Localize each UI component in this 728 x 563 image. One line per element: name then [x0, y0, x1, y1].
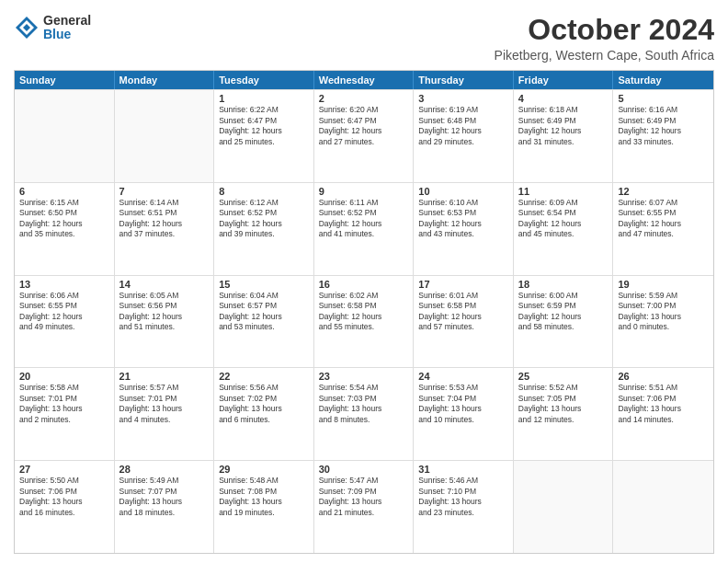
day-number: 22 — [219, 371, 309, 382]
day-info: Sunrise: 5:57 AMSunset: 7:01 PMDaylight:… — [119, 383, 210, 425]
cal-cell-day-1: 1Sunrise: 6:22 AMSunset: 6:47 PMDaylight… — [214, 90, 314, 182]
calendar: SundayMondayTuesdayWednesdayThursdayFrid… — [14, 70, 714, 554]
header-day-saturday: Saturday — [613, 71, 713, 89]
day-number: 31 — [418, 464, 508, 475]
cal-cell-day-30: 30Sunrise: 5:47 AMSunset: 7:09 PMDayligh… — [314, 461, 415, 553]
day-number: 2 — [319, 93, 409, 104]
day-number: 21 — [119, 371, 210, 382]
day-info: Sunrise: 5:49 AMSunset: 7:07 PMDaylight:… — [119, 476, 210, 518]
header-day-tuesday: Tuesday — [214, 71, 314, 89]
day-info: Sunrise: 6:06 AMSunset: 6:55 PMDaylight:… — [19, 291, 109, 333]
header-day-sunday: Sunday — [15, 71, 115, 89]
day-info: Sunrise: 6:16 AMSunset: 6:49 PMDaylight:… — [618, 105, 709, 147]
header-day-friday: Friday — [514, 71, 614, 89]
day-number: 5 — [618, 93, 709, 104]
cal-cell-day-31: 31Sunrise: 5:46 AMSunset: 7:10 PMDayligh… — [414, 461, 514, 553]
cal-cell-empty — [514, 461, 614, 553]
day-number: 11 — [518, 186, 609, 197]
cal-cell-empty — [613, 461, 713, 553]
cal-cell-day-29: 29Sunrise: 5:48 AMSunset: 7:08 PMDayligh… — [214, 461, 314, 553]
day-number: 14 — [119, 279, 210, 290]
logo-blue: Blue — [43, 28, 91, 41]
day-info: Sunrise: 5:54 AMSunset: 7:03 PMDaylight:… — [319, 383, 409, 425]
day-info: Sunrise: 5:56 AMSunset: 7:02 PMDaylight:… — [219, 383, 309, 425]
day-info: Sunrise: 6:01 AMSunset: 6:58 PMDaylight:… — [418, 291, 508, 333]
day-number: 25 — [518, 371, 609, 382]
cal-cell-day-14: 14Sunrise: 6:05 AMSunset: 6:56 PMDayligh… — [115, 276, 215, 368]
day-info: Sunrise: 5:47 AMSunset: 7:09 PMDaylight:… — [319, 476, 409, 518]
day-number: 24 — [418, 371, 508, 382]
cal-cell-day-3: 3Sunrise: 6:19 AMSunset: 6:48 PMDaylight… — [414, 90, 514, 182]
cal-cell-day-16: 16Sunrise: 6:02 AMSunset: 6:58 PMDayligh… — [314, 276, 415, 368]
location: Piketberg, Western Cape, South Africa — [495, 48, 714, 63]
cal-cell-day-9: 9Sunrise: 6:11 AMSunset: 6:52 PMDaylight… — [314, 183, 415, 275]
day-number: 3 — [418, 93, 508, 104]
calendar-header: SundayMondayTuesdayWednesdayThursdayFrid… — [15, 71, 713, 89]
cal-cell-day-28: 28Sunrise: 5:49 AMSunset: 7:07 PMDayligh… — [115, 461, 215, 553]
day-info: Sunrise: 5:59 AMSunset: 7:00 PMDaylight:… — [618, 291, 709, 333]
day-number: 23 — [319, 371, 409, 382]
page: General Blue October 2024 Piketberg, Wes… — [0, 0, 728, 563]
cal-cell-day-26: 26Sunrise: 5:51 AMSunset: 7:06 PMDayligh… — [613, 368, 713, 460]
day-number: 12 — [618, 186, 709, 197]
day-number: 7 — [119, 186, 210, 197]
day-info: Sunrise: 6:11 AMSunset: 6:52 PMDaylight:… — [319, 198, 409, 240]
cal-cell-day-20: 20Sunrise: 5:58 AMSunset: 7:01 PMDayligh… — [15, 368, 115, 460]
cal-cell-day-13: 13Sunrise: 6:06 AMSunset: 6:55 PMDayligh… — [15, 276, 115, 368]
cal-cell-day-19: 19Sunrise: 5:59 AMSunset: 7:00 PMDayligh… — [613, 276, 713, 368]
cal-cell-day-11: 11Sunrise: 6:09 AMSunset: 6:54 PMDayligh… — [514, 183, 614, 275]
day-info: Sunrise: 6:07 AMSunset: 6:55 PMDaylight:… — [618, 198, 709, 240]
day-info: Sunrise: 5:46 AMSunset: 7:10 PMDaylight:… — [418, 476, 508, 518]
day-number: 4 — [518, 93, 609, 104]
day-info: Sunrise: 5:48 AMSunset: 7:08 PMDaylight:… — [219, 476, 309, 518]
title-block: October 2024 Piketberg, Western Cape, So… — [495, 14, 714, 63]
cal-cell-day-25: 25Sunrise: 5:52 AMSunset: 7:05 PMDayligh… — [514, 368, 614, 460]
day-number: 6 — [19, 186, 109, 197]
header-day-thursday: Thursday — [414, 71, 514, 89]
day-number: 13 — [19, 279, 109, 290]
cal-cell-day-2: 2Sunrise: 6:20 AMSunset: 6:47 PMDaylight… — [314, 90, 415, 182]
cal-cell-day-27: 27Sunrise: 5:50 AMSunset: 7:06 PMDayligh… — [15, 461, 115, 553]
day-info: Sunrise: 6:22 AMSunset: 6:47 PMDaylight:… — [219, 105, 309, 147]
cal-row-2: 13Sunrise: 6:06 AMSunset: 6:55 PMDayligh… — [15, 275, 713, 368]
cal-cell-empty — [115, 90, 215, 182]
day-info: Sunrise: 6:14 AMSunset: 6:51 PMDaylight:… — [119, 198, 210, 240]
day-number: 26 — [618, 371, 709, 382]
day-number: 30 — [319, 464, 409, 475]
day-number: 1 — [219, 93, 309, 104]
logo-general: General — [43, 14, 91, 28]
day-number: 28 — [119, 464, 210, 475]
logo: General Blue — [14, 14, 91, 42]
cal-cell-day-4: 4Sunrise: 6:18 AMSunset: 6:49 PMDaylight… — [514, 90, 614, 182]
day-info: Sunrise: 6:05 AMSunset: 6:56 PMDaylight:… — [119, 291, 210, 333]
cal-cell-day-18: 18Sunrise: 6:00 AMSunset: 6:59 PMDayligh… — [514, 276, 614, 368]
day-info: Sunrise: 5:52 AMSunset: 7:05 PMDaylight:… — [518, 383, 609, 425]
day-info: Sunrise: 6:00 AMSunset: 6:59 PMDaylight:… — [518, 291, 609, 333]
day-info: Sunrise: 5:58 AMSunset: 7:01 PMDaylight:… — [19, 383, 109, 425]
day-info: Sunrise: 6:15 AMSunset: 6:50 PMDaylight:… — [19, 198, 109, 240]
cal-row-1: 6Sunrise: 6:15 AMSunset: 6:50 PMDaylight… — [15, 182, 713, 275]
day-number: 17 — [418, 279, 508, 290]
day-info: Sunrise: 5:51 AMSunset: 7:06 PMDaylight:… — [618, 383, 709, 425]
day-number: 8 — [219, 186, 309, 197]
cal-cell-day-15: 15Sunrise: 6:04 AMSunset: 6:57 PMDayligh… — [214, 276, 314, 368]
cal-row-4: 27Sunrise: 5:50 AMSunset: 7:06 PMDayligh… — [15, 460, 713, 553]
day-info: Sunrise: 6:12 AMSunset: 6:52 PMDaylight:… — [219, 198, 309, 240]
cal-cell-day-23: 23Sunrise: 5:54 AMSunset: 7:03 PMDayligh… — [314, 368, 415, 460]
cal-cell-day-5: 5Sunrise: 6:16 AMSunset: 6:49 PMDaylight… — [613, 90, 713, 182]
cal-cell-empty — [15, 90, 115, 182]
cal-cell-day-12: 12Sunrise: 6:07 AMSunset: 6:55 PMDayligh… — [613, 183, 713, 275]
header: General Blue October 2024 Piketberg, Wes… — [14, 14, 714, 63]
day-number: 10 — [418, 186, 508, 197]
cal-cell-day-8: 8Sunrise: 6:12 AMSunset: 6:52 PMDaylight… — [214, 183, 314, 275]
cal-row-0: 1Sunrise: 6:22 AMSunset: 6:47 PMDaylight… — [15, 89, 713, 182]
day-info: Sunrise: 6:09 AMSunset: 6:54 PMDaylight:… — [518, 198, 609, 240]
month-title: October 2024 — [495, 14, 714, 46]
header-day-monday: Monday — [115, 71, 215, 89]
day-number: 18 — [518, 279, 609, 290]
day-info: Sunrise: 5:50 AMSunset: 7:06 PMDaylight:… — [19, 476, 109, 518]
logo-icon — [14, 15, 40, 40]
cal-cell-day-24: 24Sunrise: 5:53 AMSunset: 7:04 PMDayligh… — [414, 368, 514, 460]
cal-cell-day-7: 7Sunrise: 6:14 AMSunset: 6:51 PMDaylight… — [115, 183, 215, 275]
day-number: 9 — [319, 186, 409, 197]
